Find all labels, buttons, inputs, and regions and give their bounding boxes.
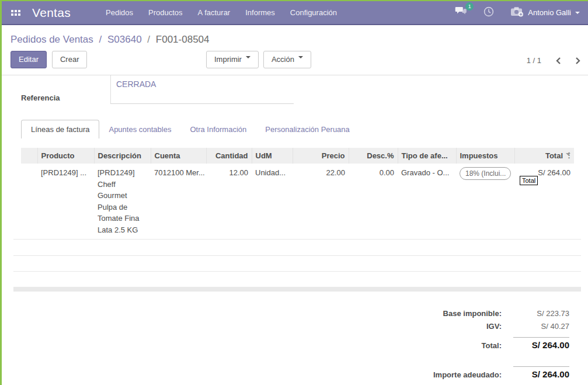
- total-row-importe-adeudado: Importe adeudado: S/ 264.00: [433, 366, 569, 379]
- column-header-cantidad[interactable]: Cantidad: [206, 148, 252, 164]
- nav-item-configuracion[interactable]: Configuración: [290, 8, 337, 17]
- column-header-descripcion[interactable]: Descripción: [94, 148, 151, 164]
- navbar-right: 1 Antonio Galli: [455, 6, 580, 19]
- nav-item-pedidos[interactable]: Pedidos: [106, 8, 133, 17]
- form-sheet: CERRADA Referencia Líneas de factura Apu…: [2, 75, 588, 383]
- table-row[interactable]: [PRD1249] ... [PRD1249] Cheff Gourmet Pu…: [21, 164, 574, 239]
- pager-counter: 1 / 1: [527, 56, 541, 65]
- breadcrumb-link-order[interactable]: S03640: [107, 34, 142, 45]
- status-badge: CERRADA: [116, 79, 156, 89]
- tab-otra-informacion[interactable]: Otra Información: [180, 120, 256, 138]
- pager: 1 / 1: [527, 56, 581, 65]
- total-value: S/ 264.00: [513, 366, 569, 379]
- messages-button[interactable]: 1: [455, 6, 467, 19]
- breadcrumb-link-pedidos-de-ventas[interactable]: Pedidos de Ventas: [11, 34, 93, 45]
- user-avatar-icon: [510, 6, 524, 19]
- main-menu: Pedidos Productos A facturar Informes Co…: [106, 8, 337, 17]
- action-buttons: Imprimir Acción: [206, 51, 311, 68]
- column-options-icon[interactable]: ⋮: [565, 151, 573, 159]
- nav-item-a-facturar[interactable]: A facturar: [198, 8, 231, 17]
- reference-field-area: CERRADA Referencia: [2, 75, 588, 112]
- column-header-cuenta[interactable]: Cuenta: [151, 148, 206, 164]
- tax-badge[interactable]: 18% (Inclui...: [460, 167, 511, 180]
- cell-udm[interactable]: Unidad...: [252, 164, 293, 239]
- notebook-tabs: Líneas de factura Apuntes contables Otra…: [21, 120, 588, 138]
- reference-value-field[interactable]: [110, 103, 294, 104]
- cell-tipo-afectacion[interactable]: Gravado - O...: [398, 164, 456, 239]
- breadcrumb-current: F001-08504: [156, 34, 210, 45]
- apps-menu-icon[interactable]: [11, 10, 20, 16]
- column-header-total-label: Total: [545, 151, 563, 160]
- cell-descripcion[interactable]: [PRD1249] Cheff Gourmet Pulpa de Tomate …: [94, 164, 151, 239]
- print-button[interactable]: Imprimir: [206, 51, 259, 68]
- total-value: S/ 223.73: [513, 309, 569, 318]
- create-button[interactable]: Crear: [52, 51, 88, 68]
- empty-list-row: [13, 239, 581, 256]
- total-tooltip: Total: [520, 176, 538, 185]
- invoice-lines-table: Producto Descripción Cuenta Cantidad UdM…: [13, 148, 581, 292]
- total-value: S/ 264.00: [513, 337, 569, 350]
- total-row-igv: IGV: S/ 40.27: [486, 322, 569, 331]
- field-divider: [110, 75, 111, 103]
- control-bar: Editar Crear Imprimir Acción 1 / 1: [2, 48, 588, 75]
- row-handle-cell: [21, 164, 37, 239]
- column-header-tipo-afectacion[interactable]: Tipo de afe...: [398, 148, 456, 164]
- cell-desc-pct[interactable]: 0.00: [349, 164, 398, 239]
- print-button-label: Imprimir: [214, 55, 242, 64]
- empty-list-row: [13, 272, 581, 287]
- column-header-desc-pct[interactable]: Desc.%: [349, 148, 398, 164]
- tab-personalizacion-peruana[interactable]: Personalización Peruana: [256, 120, 359, 138]
- table-footer-bar: [13, 287, 581, 292]
- record-buttons: Editar Crear: [11, 51, 87, 68]
- table-header-row: Producto Descripción Cuenta Cantidad UdM…: [21, 148, 574, 164]
- column-header-impuestos[interactable]: Impuestos: [456, 148, 514, 164]
- action-button[interactable]: Acción: [263, 51, 311, 68]
- chevron-down-icon: [575, 12, 580, 16]
- breadcrumb: Pedidos de Ventas / S03640 / F001-08504: [2, 25, 588, 48]
- breadcrumb-separator: /: [99, 34, 102, 45]
- pager-previous-button[interactable]: [555, 57, 561, 65]
- cell-impuestos: 18% (Inclui...: [456, 164, 514, 239]
- total-row-total: Total: S/ 264.00: [482, 337, 569, 350]
- cell-precio[interactable]: 22.00: [293, 164, 349, 239]
- action-button-label: Acción: [272, 55, 294, 64]
- user-name: Antonio Galli: [528, 8, 571, 17]
- top-navbar: Ventas Pedidos Productos A facturar Info…: [2, 1, 588, 25]
- pager-next-button[interactable]: [575, 57, 581, 65]
- tab-apuntes-contables[interactable]: Apuntes contables: [99, 120, 180, 138]
- nav-item-informes[interactable]: Informes: [245, 8, 275, 17]
- cell-cantidad[interactable]: 12.00: [206, 164, 252, 239]
- edit-button[interactable]: Editar: [11, 51, 47, 68]
- column-header-producto[interactable]: Producto: [37, 148, 94, 164]
- column-header-handle: [21, 148, 37, 164]
- nav-item-productos[interactable]: Productos: [148, 8, 183, 17]
- total-label: Importe adeudado:: [433, 370, 502, 379]
- cell-total[interactable]: S/ 264.00: [514, 164, 574, 239]
- total-row-base-imponible: Base imponible: S/ 223.73: [443, 309, 569, 318]
- clock-icon: [483, 9, 494, 19]
- column-header-precio[interactable]: Precio: [293, 148, 349, 164]
- navbar-left: Ventas Pedidos Productos A facturar Info…: [8, 6, 337, 20]
- total-label: Base imponible:: [443, 309, 502, 318]
- messages-count-badge: 1: [465, 2, 474, 11]
- chevron-down-icon: [246, 56, 250, 61]
- chevron-down-icon: [298, 56, 303, 61]
- chat-icon: [455, 8, 467, 18]
- tab-lineas-de-factura[interactable]: Líneas de factura: [21, 120, 99, 138]
- totals-panel: Base imponible: S/ 223.73 IGV: S/ 40.27 …: [2, 309, 569, 383]
- activities-button[interactable]: [483, 6, 494, 19]
- user-menu[interactable]: Antonio Galli: [510, 6, 580, 19]
- total-value: S/ 40.27: [513, 322, 569, 331]
- empty-list-row: [13, 256, 581, 272]
- breadcrumb-separator: /: [147, 34, 150, 45]
- app-brand[interactable]: Ventas: [32, 6, 71, 20]
- total-label: IGV:: [486, 322, 502, 331]
- column-header-total[interactable]: Total⋮: [514, 148, 574, 164]
- cell-producto[interactable]: [PRD1249] ...: [37, 164, 94, 239]
- reference-label: Referencia: [21, 93, 60, 102]
- cell-cuenta[interactable]: 7012100 Mer...: [151, 164, 206, 239]
- total-label: Total:: [482, 341, 502, 350]
- column-header-udm[interactable]: UdM: [252, 148, 293, 164]
